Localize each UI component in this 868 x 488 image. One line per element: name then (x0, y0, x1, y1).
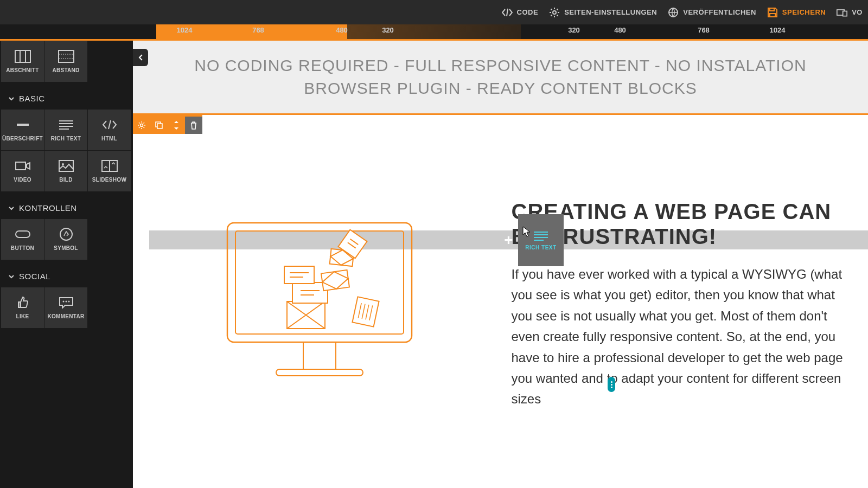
widget-label: VIDEO (14, 177, 31, 183)
content-row[interactable]: CREATING A WEB PAGE CAN BE FRUSTRATING! … (133, 188, 868, 410)
ruler-mark: 480 (614, 26, 626, 34)
slideshow-icon (101, 159, 118, 172)
svg-rect-16 (59, 160, 73, 171)
settings-button[interactable]: SEITEN-EINSTELLUNGEN (549, 7, 657, 18)
banner-section[interactable]: NO CODING REQUIRED - FULL RESPONSIVE CON… (133, 41, 868, 113)
widget-abstand[interactable]: ABSTAND (44, 41, 87, 82)
widget-richtext[interactable]: RICH TEXT (44, 110, 87, 150)
widget-label: ABSCHNITT (6, 67, 39, 73)
canvas[interactable]: NO CODING REQUIRED - FULL RESPONSIVE CON… (133, 41, 868, 488)
richtext-icon (58, 118, 75, 131)
html-icon (101, 118, 118, 131)
widget-like[interactable]: LIKE (1, 287, 44, 328)
svg-point-25 (141, 124, 143, 127)
section-settings-button[interactable] (133, 117, 150, 134)
svg-rect-35 (276, 369, 363, 376)
widget-image[interactable]: BILD (44, 151, 87, 191)
section-social[interactable]: SOCIAL (0, 265, 133, 287)
widget-abschnitt[interactable]: ABSCHNITT (1, 41, 44, 82)
section-toolbar (133, 115, 202, 134)
ruler-mark: 768 (252, 26, 264, 34)
globe-icon (668, 7, 679, 18)
svg-point-17 (62, 163, 64, 165)
svg-rect-3 (843, 11, 847, 16)
ruler-mark: 1024 (770, 26, 786, 34)
save-button[interactable]: SPEICHERN (767, 7, 826, 18)
svg-rect-50 (352, 297, 379, 327)
section-duplicate-button[interactable] (150, 117, 168, 134)
chevron-left-icon (138, 54, 143, 61)
widget-label: HTML (101, 136, 117, 142)
copy-icon (155, 121, 163, 130)
drag-ghost-richtext: RICH TEXT (518, 214, 564, 266)
svg-rect-20 (16, 231, 30, 237)
section-delete-button[interactable] (185, 117, 202, 134)
settings-label: SEITEN-EINSTELLUNGEN (564, 8, 657, 16)
widget-button[interactable]: BUTTON (1, 219, 44, 260)
svg-point-22 (62, 301, 64, 303)
thumbsup-icon (14, 296, 31, 309)
widget-sidebar: WIDGETS INHALTSBLÖCKE LAYOUT ABSCHNITT A… (0, 41, 133, 488)
widget-heading[interactable]: ÜBERSCHRIFT (1, 110, 44, 150)
button-icon (14, 228, 31, 241)
svg-rect-4 (15, 50, 30, 62)
section-basic-label: BASIC (19, 94, 45, 103)
section-basic[interactable]: BASIC (0, 87, 133, 110)
widget-label: BUTTON (11, 245, 34, 251)
illustration-column[interactable] (149, 188, 490, 410)
breakpoint-ruler: 1024 768 480 320 320 480 768 1024 (0, 24, 868, 41)
widget-slideshow[interactable]: SLIDESHOW (88, 151, 131, 191)
chevron-down-icon (8, 273, 15, 280)
section-move-button[interactable] (168, 117, 185, 134)
ruler-mark: 320 (568, 26, 580, 34)
code-button[interactable]: CODE (502, 7, 539, 18)
section-icon (14, 50, 31, 63)
publish-button[interactable]: VERÖFFENTLICHEN (668, 7, 756, 18)
image-icon (58, 159, 75, 172)
svg-point-21 (60, 228, 72, 240)
collapse-sidebar-button[interactable] (133, 49, 148, 66)
ruler-mark: 480 (336, 26, 348, 34)
spacing-icon (58, 50, 75, 63)
video-icon (14, 159, 31, 172)
svg-rect-45 (321, 270, 349, 291)
ruler-mark: 768 (698, 26, 710, 34)
device-icon (837, 7, 847, 18)
updown-icon (173, 120, 180, 130)
view-label: VO (852, 8, 863, 16)
widget-symbol[interactable]: SYMBOL (44, 219, 87, 260)
svg-rect-42 (284, 266, 314, 284)
section-controls-label: KONTROLLEN (19, 203, 77, 213)
richtext-icon (533, 230, 549, 241)
ruler-mark: 320 (382, 26, 394, 34)
column-resize-handle[interactable] (608, 377, 615, 392)
code-label: CODE (517, 8, 539, 16)
banner-line2: BROWSER PLUGIN - READY CONTENT BLOCKS (149, 77, 852, 100)
widget-label: ABSTAND (52, 67, 79, 73)
svg-point-23 (65, 301, 67, 303)
save-label: SPEICHERN (782, 8, 826, 16)
widget-label: SLIDESHOW (92, 177, 126, 183)
cursor-icon (522, 226, 531, 237)
symbol-icon (58, 228, 75, 241)
widget-video[interactable]: VIDEO (1, 151, 44, 191)
code-icon (502, 7, 513, 18)
section-controls[interactable]: KONTROLLEN (0, 197, 133, 219)
chevron-down-icon (8, 95, 15, 102)
gear-icon (549, 7, 560, 18)
widget-comment[interactable]: KOMMENTAR (44, 287, 87, 328)
widget-html[interactable]: HTML (88, 110, 131, 150)
selected-section-border (133, 113, 868, 134)
svg-rect-27 (157, 124, 162, 129)
widget-label: ÜBERSCHRIFT (2, 136, 43, 142)
top-toolbar: CODE SEITEN-EINSTELLUNGEN VERÖFFENTLICHE… (0, 0, 868, 24)
trash-icon (190, 121, 197, 130)
widget-label: LIKE (16, 313, 29, 319)
heading-icon (14, 118, 31, 131)
svg-rect-15 (16, 162, 25, 170)
view-button[interactable]: VO (837, 7, 863, 18)
ruler-mark: 1024 (177, 26, 193, 34)
svg-point-24 (68, 301, 69, 303)
svg-rect-34 (303, 342, 336, 369)
content-paragraph: If you have ever worked with a typical a… (512, 264, 852, 410)
